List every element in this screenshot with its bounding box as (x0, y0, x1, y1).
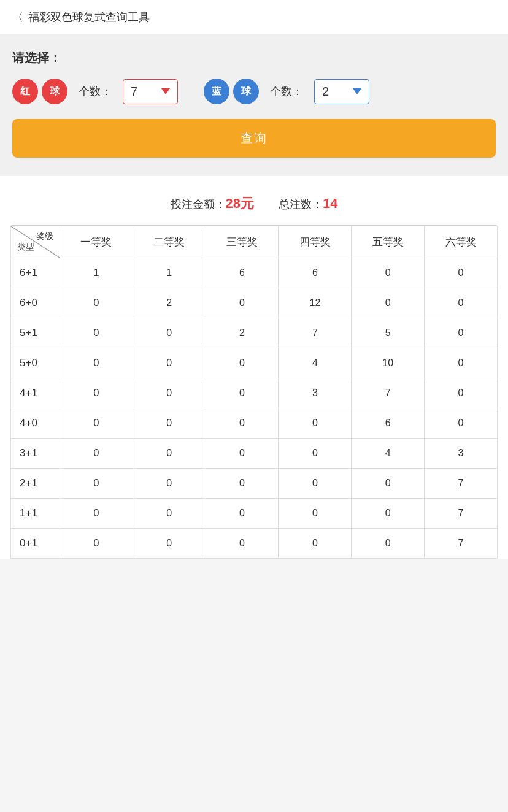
row-value: 0 (206, 378, 279, 408)
row-value: 0 (206, 469, 279, 499)
corner-header-cell: 奖级 类型 (11, 226, 60, 258)
row-value: 6 (206, 258, 279, 288)
red-count-dropdown[interactable]: 7 (123, 79, 178, 104)
summary-row: 投注金额：28元 总注数：14 (0, 188, 508, 225)
row-value: 1 (60, 258, 133, 288)
row-value: 0 (60, 408, 133, 439)
row-value: 2 (133, 288, 206, 318)
row-value: 0 (133, 499, 206, 529)
row-value: 0 (279, 408, 352, 439)
row-value: 0 (60, 378, 133, 408)
row-type: 6+1 (11, 258, 60, 288)
row-value: 0 (206, 439, 279, 469)
row-value: 7 (425, 499, 498, 529)
header-四等奖: 四等奖 (279, 226, 352, 258)
blue-ball-group: 蓝 球 (204, 79, 259, 104)
table-body: 6+11166006+002012005+10027505+000041004+… (11, 258, 498, 559)
page-title: 福彩双色球复式查询工具 (28, 10, 150, 25)
table-row: 5+00004100 (11, 348, 498, 378)
row-value: 7 (352, 378, 425, 408)
table-row: 4+0000060 (11, 408, 498, 439)
header-三等奖: 三等奖 (206, 226, 279, 258)
selection-section: 请选择： 红 球 个数： 7 蓝 球 个数： 2 查询 (0, 35, 508, 176)
row-type: 2+1 (11, 469, 60, 499)
row-value: 0 (352, 499, 425, 529)
table-row: 1+1000007 (11, 499, 498, 529)
ball-row: 红 球 个数： 7 蓝 球 个数： 2 (12, 79, 496, 104)
blue-count-label: 个数： (270, 84, 303, 99)
row-value: 0 (206, 288, 279, 318)
red-count-label: 个数： (79, 84, 112, 99)
total-value: 14 (323, 196, 337, 211)
row-value: 1 (133, 258, 206, 288)
row-value: 4 (352, 439, 425, 469)
row-value: 0 (352, 529, 425, 559)
row-value: 0 (425, 378, 498, 408)
row-value: 0 (279, 439, 352, 469)
blue-count-value: 2 (322, 85, 347, 99)
row-value: 3 (425, 439, 498, 469)
row-type: 4+1 (11, 378, 60, 408)
corner-bottom-label: 类型 (17, 242, 34, 253)
row-value: 0 (133, 348, 206, 378)
row-value: 0 (425, 348, 498, 378)
row-value: 0 (279, 529, 352, 559)
row-value: 0 (425, 288, 498, 318)
row-value: 2 (206, 318, 279, 348)
row-value: 0 (425, 318, 498, 348)
total-label: 总注数：14 (279, 196, 337, 212)
red-dropdown-arrow-icon (161, 88, 170, 94)
row-value: 7 (425, 529, 498, 559)
row-value: 0 (279, 499, 352, 529)
row-value: 0 (425, 408, 498, 439)
result-table-wrapper: 奖级 类型 一等奖二等奖三等奖四等奖五等奖六等奖 6+11166006+0020… (10, 225, 498, 559)
blue-ball-1: 蓝 (204, 79, 229, 104)
back-button[interactable]: 〈 (12, 10, 23, 25)
table-row: 6+1116600 (11, 258, 498, 288)
header-二等奖: 二等奖 (133, 226, 206, 258)
row-type: 0+1 (11, 529, 60, 559)
row-value: 7 (279, 318, 352, 348)
row-value: 0 (133, 529, 206, 559)
result-table: 奖级 类型 一等奖二等奖三等奖四等奖五等奖六等奖 6+11166006+0020… (10, 226, 498, 559)
row-value: 0 (133, 408, 206, 439)
investment-value: 28元 (226, 196, 254, 211)
row-value: 0 (279, 469, 352, 499)
row-value: 0 (133, 318, 206, 348)
investment-label: 投注金额：28元 (171, 194, 254, 213)
blue-count-dropdown[interactable]: 2 (314, 79, 369, 104)
row-value: 0 (60, 348, 133, 378)
header-一等奖: 一等奖 (60, 226, 133, 258)
row-value: 0 (133, 469, 206, 499)
row-value: 0 (133, 439, 206, 469)
row-value: 6 (279, 258, 352, 288)
table-row: 4+1000370 (11, 378, 498, 408)
table-row: 5+1002750 (11, 318, 498, 348)
row-value: 0 (60, 288, 133, 318)
query-button[interactable]: 查询 (12, 119, 496, 158)
row-type: 5+0 (11, 348, 60, 378)
red-ball-2: 球 (42, 79, 67, 104)
row-value: 0 (206, 529, 279, 559)
row-value: 7 (425, 469, 498, 499)
row-value: 0 (60, 318, 133, 348)
header: 〈 福彩双色球复式查询工具 (0, 0, 508, 35)
row-type: 5+1 (11, 318, 60, 348)
row-type: 1+1 (11, 499, 60, 529)
row-value: 4 (279, 348, 352, 378)
row-value: 0 (206, 348, 279, 378)
row-type: 4+0 (11, 408, 60, 439)
row-value: 5 (352, 318, 425, 348)
table-row: 6+00201200 (11, 288, 498, 318)
row-value: 6 (352, 408, 425, 439)
red-count-value: 7 (131, 85, 155, 99)
row-type: 3+1 (11, 439, 60, 469)
table-row: 2+1000007 (11, 469, 498, 499)
row-value: 0 (352, 469, 425, 499)
row-value: 0 (206, 408, 279, 439)
row-value: 0 (60, 469, 133, 499)
table-row: 0+1000007 (11, 529, 498, 559)
table-row: 3+1000043 (11, 439, 498, 469)
row-value: 0 (60, 499, 133, 529)
row-value: 0 (352, 288, 425, 318)
